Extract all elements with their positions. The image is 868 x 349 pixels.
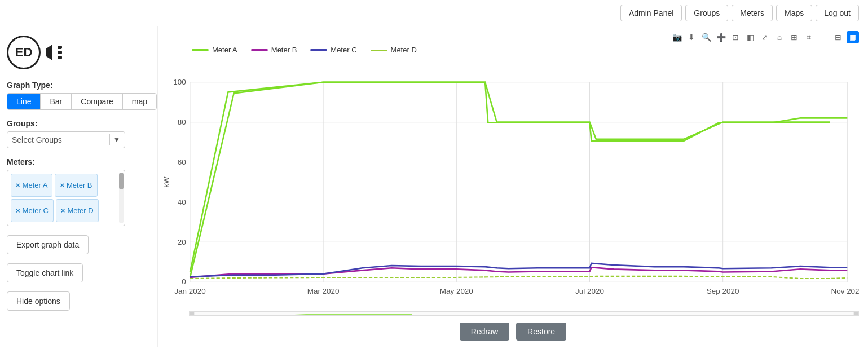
sidebar: ED Graph Type: Line Bar Compare map xyxy=(0,26,158,347)
graph-type-line[interactable]: Line xyxy=(7,94,41,109)
speaker-wave-2 xyxy=(58,51,62,54)
meter-tag-d: × Meter D xyxy=(56,199,99,222)
legend-line-b xyxy=(251,49,268,51)
graph-type-map[interactable]: map xyxy=(123,94,156,109)
legend-line-a xyxy=(192,49,209,51)
svg-text:Jul 2020: Jul 2020 xyxy=(575,287,604,295)
dropdown-arrow-icon: ▼ xyxy=(113,136,120,144)
meter-tag-c: × Meter C xyxy=(11,199,54,222)
svg-rect-25 xyxy=(190,312,194,316)
legend-item-b: Meter B xyxy=(251,46,297,54)
restore-button[interactable]: Restore xyxy=(516,323,566,341)
redraw-button[interactable]: Redraw xyxy=(460,323,509,341)
speaker-body-icon xyxy=(46,45,56,60)
expand-icon[interactable]: ⤢ xyxy=(759,31,771,43)
svg-text:20: 20 xyxy=(178,237,186,246)
maps-button[interactable]: Maps xyxy=(776,5,812,21)
svg-text:40: 40 xyxy=(178,198,186,206)
admin-panel-button[interactable]: Admin Panel xyxy=(620,5,682,21)
legend-label-d: Meter D xyxy=(391,46,417,54)
bar-chart-icon[interactable]: ▦ xyxy=(847,31,859,43)
meter-a-line xyxy=(190,82,830,272)
export-graph-button[interactable]: Export graph data xyxy=(7,235,89,254)
legend-item-a: Meter A xyxy=(192,46,237,54)
meter-tag-b-remove[interactable]: × xyxy=(60,181,64,189)
speaker-wave-3 xyxy=(58,56,62,59)
meter-c-line xyxy=(190,263,847,277)
svg-text:0: 0 xyxy=(182,277,186,286)
speaker-waves-icon xyxy=(58,46,62,59)
groups-label: Groups: xyxy=(7,119,151,128)
meter-tag-d-label: Meter D xyxy=(67,206,93,215)
legend-label-c: Meter C xyxy=(331,46,356,54)
zoom-in-icon[interactable]: 🔍 xyxy=(700,31,712,43)
zoom-reset-icon[interactable]: ⊡ xyxy=(729,31,742,43)
legend-label-b: Meter B xyxy=(271,46,297,54)
meter-a-line-actual xyxy=(190,82,847,277)
svg-text:Sep 2020: Sep 2020 xyxy=(707,287,739,295)
grid-icon[interactable]: ⊟ xyxy=(832,31,844,43)
svg-text:100: 100 xyxy=(173,78,186,86)
chart-toolbar: 📷 ⬇ 🔍 ➕ ⊡ ◧ ⤢ ⌂ ⊞ ⌗ — ⊟ ▦ xyxy=(158,31,868,46)
legend-line-c xyxy=(310,49,327,51)
chart-overview[interactable] xyxy=(189,311,859,316)
main-layout: ED Graph Type: Line Bar Compare map xyxy=(0,26,868,347)
select-icon[interactable]: ⊞ xyxy=(788,31,800,43)
svg-text:80: 80 xyxy=(178,118,186,126)
legend-item-c: Meter C xyxy=(310,46,356,54)
graph-type-buttons: Line Bar Compare map xyxy=(7,93,157,110)
chart-area: 📷 ⬇ 🔍 ➕ ⊡ ◧ ⤢ ⌂ ⊞ ⌗ — ⊟ ▦ Meter A Meter … xyxy=(158,26,868,347)
logo-speaker xyxy=(46,45,62,60)
logout-button[interactable]: Log out xyxy=(816,5,859,21)
meters-section: Meters: × Meter A × Meter B × Meter C × … xyxy=(7,157,151,226)
groups-button[interactable]: Groups xyxy=(685,5,728,21)
overview-svg xyxy=(190,312,858,316)
speaker-wave-1 xyxy=(58,46,62,49)
meter-tag-b: × Meter B xyxy=(55,174,97,197)
groups-section: Groups: Select Groups ▼ xyxy=(7,119,151,148)
home-icon[interactable]: ⌂ xyxy=(773,31,786,43)
toggle-chart-link-button[interactable]: Toggle chart link xyxy=(7,263,83,282)
meter-tag-c-label: Meter C xyxy=(23,206,49,215)
svg-text:Mar 2020: Mar 2020 xyxy=(307,287,340,295)
meter-tag-a-remove[interactable]: × xyxy=(16,181,20,189)
svg-text:kW: kW xyxy=(162,176,170,188)
meter-d-line xyxy=(190,276,847,279)
zoom-plus-icon[interactable]: ➕ xyxy=(715,31,727,43)
meter-tag-c-remove[interactable]: × xyxy=(16,206,20,215)
chart-bottom: Redraw Restore xyxy=(158,316,868,343)
meter-tag-b-label: Meter B xyxy=(67,181,92,189)
graph-type-section: Graph Type: Line Bar Compare map xyxy=(7,81,151,110)
meters-label: Meters: xyxy=(7,157,151,166)
select-groups-text: Select Groups xyxy=(12,135,106,144)
chart-legend: Meter A Meter B Meter C Meter D xyxy=(158,46,868,59)
camera-icon[interactable]: 📷 xyxy=(671,31,683,43)
meter-tags-container: × Meter A × Meter B × Meter C × Meter D xyxy=(7,170,125,226)
svg-text:May 2020: May 2020 xyxy=(440,287,473,295)
svg-rect-26 xyxy=(854,312,858,316)
graph-type-bar[interactable]: Bar xyxy=(41,94,72,109)
lasso-icon[interactable]: ⌗ xyxy=(803,31,815,43)
meter-tag-a-label: Meter A xyxy=(23,181,48,189)
graph-type-compare[interactable]: Compare xyxy=(72,94,123,109)
top-navigation: Admin Panel Groups Meters Maps Log out xyxy=(0,0,868,26)
hide-options-button[interactable]: Hide options xyxy=(7,291,70,311)
svg-text:60: 60 xyxy=(178,158,186,166)
download-icon[interactable]: ⬇ xyxy=(685,31,698,43)
legend-item-d: Meter D xyxy=(371,46,417,54)
svg-text:Jan 2020: Jan 2020 xyxy=(174,287,205,295)
logo-circle: ED xyxy=(7,36,41,69)
minus-line-icon[interactable]: — xyxy=(817,31,830,43)
chart-container: 0 20 40 60 80 100 kW Jan 2020 Mar 2020 M… xyxy=(158,59,868,311)
dropdown-divider xyxy=(109,134,110,145)
select-groups-dropdown[interactable]: Select Groups ▼ xyxy=(7,131,125,148)
meter-tag-a: × Meter A xyxy=(11,174,52,197)
legend-line-d xyxy=(371,50,387,51)
main-chart-svg[interactable]: 0 20 40 60 80 100 kW Jan 2020 Mar 2020 M… xyxy=(158,59,859,311)
meter-scrollbar[interactable] xyxy=(119,173,124,223)
legend-label-a: Meter A xyxy=(212,46,237,54)
pan-left-icon[interactable]: ◧ xyxy=(744,31,756,43)
logo: ED xyxy=(7,36,151,69)
meter-tag-d-remove[interactable]: × xyxy=(61,206,65,215)
meters-button[interactable]: Meters xyxy=(732,5,773,21)
